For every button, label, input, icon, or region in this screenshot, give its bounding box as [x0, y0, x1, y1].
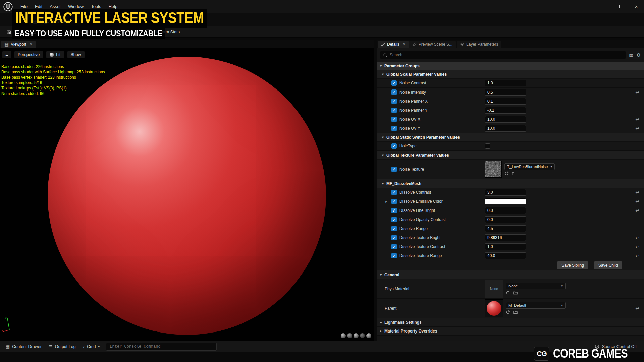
param-value-input[interactable] [485, 216, 526, 223]
menu-item-window[interactable]: Window [64, 4, 87, 9]
lightmass-settings-header[interactable]: ▸ Lightmass Settings [377, 318, 644, 327]
tab-preview-scene-settings[interactable]: Preview Scene S... [409, 41, 456, 48]
param-value-input[interactable] [485, 225, 526, 232]
console-command-input[interactable] [110, 344, 213, 349]
param-value-input[interactable] [485, 125, 526, 132]
param-value-input[interactable] [485, 89, 526, 96]
cmd-dropdown[interactable]: › Cmd ▾ [80, 342, 103, 351]
preview-shape-button[interactable] [341, 333, 346, 338]
browse-to-asset-icon[interactable] [512, 171, 516, 176]
param-enable-checkbox[interactable]: ✓ [391, 143, 397, 149]
search-box[interactable] [380, 51, 626, 59]
reset-to-default-icon[interactable]: ↩ [635, 89, 639, 95]
param-value-input[interactable] [485, 243, 526, 250]
param-enable-checkbox[interactable]: ✓ [391, 167, 397, 172]
expander-icon[interactable]: ▸ [384, 200, 389, 203]
preview-shape-button[interactable] [347, 333, 352, 338]
param-enable-checkbox[interactable]: ✓ [391, 117, 397, 122]
close-icon[interactable]: × [30, 42, 32, 47]
parent-material-dropdown[interactable]: M_Default ▾ [506, 302, 566, 309]
menu-item-asset[interactable]: Asset [46, 4, 64, 9]
param-value-input[interactable] [485, 98, 526, 105]
param-enable-checkbox[interactable]: ✓ [391, 190, 397, 195]
console-command-box[interactable] [106, 343, 217, 351]
output-log-button[interactable]: ≣ Output Log [46, 342, 79, 351]
param-value-input[interactable] [485, 116, 526, 123]
preview-shape-button[interactable] [366, 333, 371, 338]
tab-details[interactable]: Details × [378, 41, 409, 48]
reset-to-default-icon[interactable]: ↩ [635, 190, 639, 195]
use-selected-asset-icon[interactable] [506, 291, 510, 295]
param-enable-checkbox[interactable]: ✓ [391, 80, 397, 86]
texture-asset-dropdown[interactable]: T_LowResBlurredNoise ▾ [504, 163, 555, 170]
use-selected-asset-icon[interactable] [506, 310, 510, 314]
close-button[interactable]: × [629, 0, 644, 13]
param-value-input[interactable] [485, 107, 526, 114]
param-enable-checkbox[interactable]: ✓ [391, 199, 397, 204]
content-drawer-button[interactable]: ▦ Content Drawer [3, 342, 45, 351]
menu-item-tools[interactable]: Tools [87, 4, 105, 9]
param-enable-checkbox[interactable]: ✓ [391, 226, 397, 231]
menu-item-edit[interactable]: Edit [31, 4, 46, 9]
param-value-input[interactable] [485, 252, 526, 259]
phys-material-dropdown[interactable]: None ▾ [506, 283, 566, 289]
lit-button[interactable]: Lit [46, 51, 64, 59]
param-enable-checkbox[interactable]: ✓ [391, 217, 397, 222]
show-button[interactable]: Show [67, 51, 85, 59]
brand-watermark: CG COREB GAMES [534, 347, 641, 361]
param-enable-checkbox[interactable]: ✓ [391, 208, 397, 213]
param-enable-checkbox[interactable]: ✓ [391, 253, 397, 258]
param-value-input[interactable] [485, 207, 526, 214]
group-global-switch-header[interactable]: ▾ Global Static Switch Parameter Values [377, 133, 644, 142]
reset-to-default-icon[interactable]: ↩ [635, 235, 639, 240]
menu-item-file[interactable]: File [17, 4, 31, 9]
param-bool-checkbox[interactable] [485, 143, 490, 149]
save-child-button[interactable]: Save Child [594, 261, 622, 269]
parent-material-thumbnail[interactable] [485, 299, 503, 317]
use-selected-asset-icon[interactable] [504, 171, 509, 176]
browse-to-asset-icon[interactable] [513, 310, 518, 314]
preview-shape-button[interactable] [360, 333, 365, 338]
group-global-scalar-header[interactable]: ▾ Global Scalar Parameter Values [377, 70, 644, 79]
material-property-overrides-header[interactable]: ▸ Material Property Overrides [377, 327, 644, 336]
material-preview-viewport[interactable]: ≡ Perspective Lit Show Base pass shader:… [0, 48, 374, 341]
reset-to-default-icon[interactable]: ↩ [635, 208, 639, 213]
param-value-input[interactable] [485, 234, 526, 241]
param-enable-checkbox[interactable]: ✓ [391, 99, 397, 104]
param-enable-checkbox[interactable]: ✓ [391, 108, 397, 113]
texture-thumbnail[interactable] [485, 161, 502, 178]
tab-viewport[interactable]: ▦ Viewport × [1, 41, 36, 48]
reset-to-default-icon[interactable]: ↩ [635, 306, 639, 311]
group-global-texture-header[interactable]: ▾ Global Texture Parameter Values [377, 151, 644, 160]
minimize-button[interactable]: – [598, 0, 613, 13]
param-value-input[interactable] [485, 189, 526, 196]
group-mf-dissolvemesh-header[interactable]: ▾ MF_DissolveMesh [377, 179, 644, 188]
save-sibling-button[interactable]: Save Sibling [557, 261, 588, 269]
param-enable-checkbox[interactable]: ✓ [391, 126, 397, 131]
display-options-icon[interactable]: ▦ [629, 53, 633, 57]
param-enable-checkbox[interactable]: ✓ [391, 244, 397, 249]
parameter-groups-header[interactable]: ▾ Parameter Groups [377, 62, 644, 70]
viewport-menu-button[interactable]: ≡ [2, 51, 11, 59]
browse-to-asset-icon[interactable] [513, 291, 518, 295]
close-icon[interactable]: × [403, 42, 405, 47]
param-enable-checkbox[interactable]: ✓ [391, 89, 397, 95]
reset-to-default-icon[interactable]: ↩ [635, 244, 639, 249]
menu-item-help[interactable]: Help [105, 4, 121, 9]
param-enable-checkbox[interactable]: ✓ [391, 235, 397, 240]
settings-gear-icon[interactable]: ⚙ [636, 53, 641, 57]
tab-layer-parameters[interactable]: Layer Parameters [457, 41, 501, 48]
color-swatch[interactable] [485, 198, 526, 204]
reset-to-default-icon[interactable]: ↩ [635, 253, 639, 258]
preview-shape-button[interactable] [354, 333, 359, 338]
group-general-header[interactable]: ▾ General [377, 270, 644, 279]
restore-button[interactable] [613, 0, 629, 13]
search-input[interactable] [390, 53, 623, 57]
phys-material-thumbnail[interactable]: None [485, 280, 503, 298]
reset-to-default-icon[interactable]: ↩ [635, 199, 639, 204]
perspective-button[interactable]: Perspective [14, 51, 43, 59]
reset-to-default-icon[interactable]: ↩ [635, 117, 639, 122]
reset-to-default-icon[interactable]: ↩ [635, 126, 639, 131]
param-row-dissolve-contrast: ✓Dissolve Contrast ↩ [377, 188, 644, 197]
param-value-input[interactable] [485, 80, 526, 86]
